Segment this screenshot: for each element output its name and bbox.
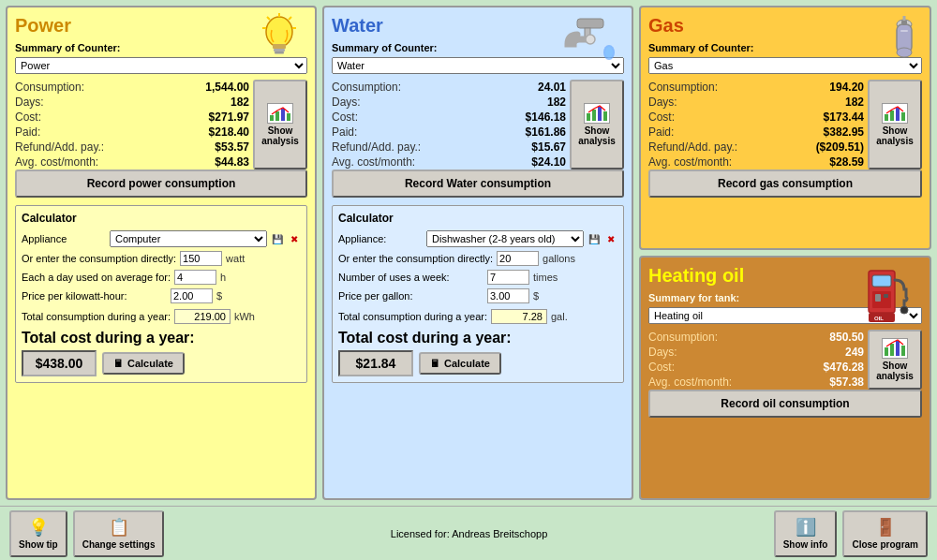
water-save-icon[interactable]: 💾 (587, 232, 601, 245)
water-calc-icon: 🖩 (430, 358, 440, 369)
heating-show-analysis-button[interactable]: Show analysis (868, 330, 922, 390)
svg-rect-5 (275, 111, 279, 121)
water-total-label: Total consumption during a year: (338, 311, 487, 322)
heating-stats-area: Consumption:850.50 Days:249 Cost:$476.28… (648, 330, 922, 390)
svg-point-32 (900, 306, 908, 314)
power-days-value: 182 (231, 96, 249, 109)
power-calc-title: Calculator (22, 212, 301, 225)
gas-stats-area: Consumption:194.20 Days:182 Cost:$173.44… (648, 80, 922, 169)
svg-rect-26 (901, 112, 905, 121)
svg-rect-8 (577, 19, 603, 28)
svg-rect-6 (281, 109, 285, 121)
power-header: Power (15, 15, 307, 37)
water-cost-value: $146.18 (526, 111, 566, 124)
gas-show-analysis-button[interactable]: Show analysis (868, 80, 922, 169)
show-info-button[interactable]: ℹ️ Show info (774, 510, 838, 557)
water-refund-value: $15.67 (531, 140, 566, 154)
power-cost-row: $438.00 🖩 Calculate (22, 350, 301, 376)
power-price-input[interactable] (171, 288, 213, 303)
water-uses-unit: times (533, 272, 558, 283)
power-show-analysis-button[interactable]: Show analysis (253, 80, 307, 169)
gas-avg-value: $28.59 (829, 155, 864, 169)
power-calculate-button[interactable]: 🖩 Calculate (102, 352, 185, 375)
power-stats-area: Consumption:1,544.00 Days:182 Cost:$271.… (15, 80, 307, 169)
water-direct-unit: gallons (543, 253, 575, 264)
water-total-row: Total consumption during a year: 7.28 ga… (338, 309, 617, 324)
power-record-button[interactable]: Record power consumption (15, 169, 307, 198)
power-price-label: Price per kilowatt-hour: (22, 290, 167, 302)
gas-days-value: 182 (845, 96, 864, 109)
svg-rect-23 (885, 114, 888, 121)
heating-avg-value: $57.38 (829, 376, 864, 389)
svg-rect-21 (903, 16, 906, 21)
water-days-label: Days: (332, 96, 361, 109)
water-uses-label: Number of uses a week: (338, 272, 483, 283)
right-column: Gas Summary of Counter: Gas Consumption:… (639, 6, 931, 500)
gas-record-button[interactable]: Record gas consumption (648, 169, 922, 198)
power-chart-icon (267, 103, 293, 124)
water-record-button[interactable]: Record Water consumption (332, 169, 624, 198)
power-refund-value: $53.57 (215, 140, 249, 154)
water-header: Water (332, 15, 624, 37)
svg-rect-2 (274, 49, 285, 52)
power-direct-label: Or enter the consumption directly: (22, 253, 176, 264)
water-price-row: Price per gallon: $ (338, 288, 617, 303)
water-delete-icon[interactable]: ✖ (604, 232, 617, 245)
heating-days-value: 249 (845, 346, 864, 359)
water-calc-title: Calculator (338, 212, 617, 225)
water-appliance-select[interactable]: Dishwasher (2-8 years old) (426, 230, 584, 247)
water-price-unit: $ (533, 290, 539, 302)
water-show-analysis-button[interactable]: Show analysis (570, 80, 624, 169)
power-appliance-select[interactable]: Computer (110, 230, 267, 247)
power-show-analysis-label: Show analysis (260, 125, 300, 146)
power-consumption-label: Consumption: (15, 81, 84, 94)
close-program-button[interactable]: 🚪 Close program (842, 510, 928, 557)
power-save-icon[interactable]: 💾 (271, 232, 284, 245)
svg-point-19 (897, 48, 912, 57)
power-stats-data: Consumption:1,544.00 Days:182 Cost:$271.… (15, 80, 249, 169)
svg-rect-14 (592, 110, 596, 121)
gas-consumption-value: 194.20 (829, 81, 864, 94)
heating-record-button[interactable]: Record oil consumption (648, 390, 922, 418)
heating-days-label: Days: (648, 346, 677, 359)
power-paid-label: Paid: (15, 125, 40, 139)
svg-rect-38 (901, 346, 905, 356)
heating-panel: Heating oil OIL Summary for tank: Heatin… (639, 256, 931, 500)
water-consumption-label: Consumption: (332, 81, 401, 94)
power-avg-value: $44.83 (215, 155, 249, 169)
svg-rect-37 (896, 341, 900, 356)
change-settings-button[interactable]: 📋 Change settings (73, 510, 165, 557)
water-cost-label: Cost: (332, 111, 358, 124)
water-stats-data: Consumption:24.01 Days:182 Cost:$146.18 … (332, 80, 566, 169)
water-appliance-label: Appliance: (338, 233, 423, 244)
power-delete-icon[interactable]: ✖ (288, 232, 301, 245)
svg-rect-28 (872, 275, 891, 287)
water-price-input[interactable] (487, 288, 529, 303)
water-direct-input[interactable] (497, 251, 539, 266)
power-refund-label: Refund/Add. pay.: (15, 140, 104, 154)
heating-avg-label: Avg. cost/month: (648, 376, 732, 389)
close-icon: 🚪 (875, 517, 896, 538)
gas-chart-icon (882, 103, 908, 124)
settings-icon: 📋 (109, 517, 129, 538)
water-show-analysis-label: Show analysis (577, 125, 617, 146)
gas-cost-value: $173.44 (824, 111, 864, 124)
gas-cost-label: Cost: (648, 111, 675, 124)
water-paid-value: $161.86 (526, 125, 566, 139)
gas-paid-label: Paid: (648, 125, 674, 139)
svg-rect-16 (603, 111, 607, 121)
water-appliance-row: Appliance: Dishwasher (2-8 years old) 💾 … (338, 230, 617, 247)
water-calculate-button[interactable]: 🖩 Calculate (419, 352, 501, 375)
power-days-used-input[interactable] (174, 270, 216, 285)
gas-days-label: Days: (648, 96, 677, 109)
gas-panel: Gas Summary of Counter: Gas Consumption:… (639, 6, 931, 250)
water-cost-row: $21.84 🖩 Calculate (338, 350, 617, 376)
bottom-bar: 💡 Show tip 📋 Change settings Licensed fo… (0, 506, 937, 560)
show-tip-button[interactable]: 💡 Show tip (9, 510, 67, 557)
power-direct-input[interactable] (180, 251, 222, 266)
gas-show-analysis-label: Show analysis (875, 125, 915, 146)
svg-text:OIL: OIL (874, 316, 884, 321)
water-refund-label: Refund/Add. pay.: (332, 140, 421, 154)
power-calc-icon: 🖩 (113, 358, 124, 369)
water-uses-input[interactable] (487, 270, 529, 285)
